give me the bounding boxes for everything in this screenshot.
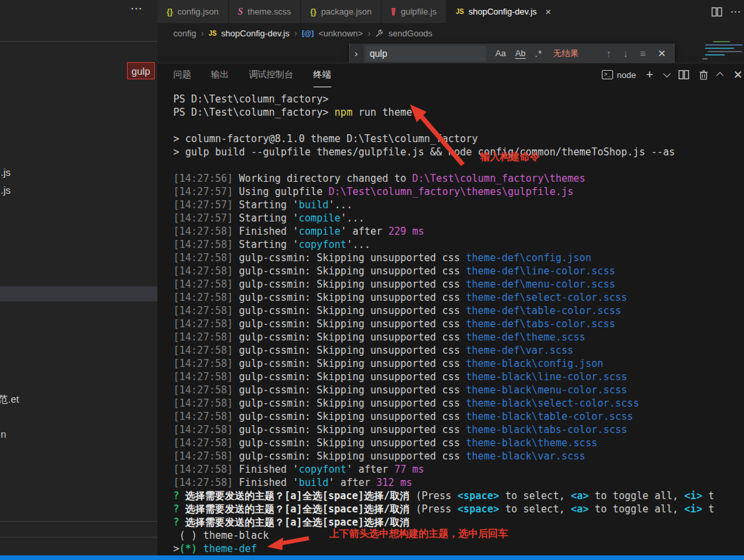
find-results-count: 无结果 bbox=[553, 48, 579, 60]
terminal-line: [14:27:58] gulp-cssmin: Skipping unsuppo… bbox=[173, 423, 744, 436]
wrench-method-icon bbox=[375, 29, 384, 38]
chevron-right-icon: › bbox=[201, 28, 204, 38]
terminal-line: [14:27:57] Starting 'compile'... bbox=[173, 212, 744, 225]
find-in-selection-icon[interactable]: ≡ bbox=[640, 48, 646, 59]
sidebar-file-item[interactable]: .js bbox=[1, 166, 11, 179]
terminal-line: [14:27:58] gulp-cssmin: Skipping unsuppo… bbox=[173, 436, 744, 450]
whole-word-icon[interactable]: Ab bbox=[515, 48, 526, 59]
terminal-line: PS D:\Test\column_factory> npm run theme bbox=[173, 106, 744, 119]
find-input[interactable] bbox=[366, 46, 486, 61]
tab-label: theme.scss bbox=[247, 7, 291, 17]
module-symbol-icon: [@] bbox=[302, 29, 313, 37]
split-terminal-icon[interactable] bbox=[679, 70, 689, 79]
tab-label: package.json bbox=[321, 7, 372, 17]
panel-tab-terminal[interactable]: 终端 bbox=[313, 69, 331, 87]
terminal-line: [14:27:58] gulp-cssmin: Skipping unsuppo… bbox=[173, 383, 744, 397]
tab-label: gulpfile.js bbox=[401, 7, 436, 17]
terminal-line: [14:27:58] gulp-cssmin: Skipping unsuppo… bbox=[173, 450, 744, 463]
terminal-line: [14:27:57] Starting 'build'... bbox=[173, 198, 744, 212]
tab-theme-scss[interactable]: S theme.scss bbox=[229, 0, 301, 23]
next-match-icon[interactable]: ↓ bbox=[623, 48, 628, 59]
sidebar-divider bbox=[0, 41, 157, 42]
terminal-line: PS D:\Test\column_factory> bbox=[173, 93, 744, 106]
close-icon[interactable]: ✕ bbox=[657, 48, 666, 60]
find-nav-actions: ↑ ↓ ≡ ✕ bbox=[606, 48, 674, 60]
status-bar[interactable] bbox=[0, 555, 744, 560]
find-widget: › Aa Ab .* 无结果 ↑ ↓ ≡ ✕ bbox=[349, 44, 675, 63]
chevron-down-icon[interactable] bbox=[663, 70, 671, 77]
sidebar-file-item[interactable]: 范.et bbox=[0, 393, 19, 406]
terminal-line: [14:27:58] gulp-cssmin: Skipping unsuppo… bbox=[173, 344, 744, 357]
terminal-line: [14:27:58] gulp-cssmin: Skipping unsuppo… bbox=[173, 410, 744, 423]
new-terminal-icon[interactable]: + bbox=[646, 67, 653, 82]
panel-tab-bar: 问题 输出 调试控制台 终端 bbox=[173, 69, 331, 87]
breadcrumb-item[interactable]: <unknown> bbox=[318, 28, 362, 38]
sidebar-more-actions-icon[interactable]: ⋯ bbox=[130, 1, 144, 16]
tab-shopconfig-dev-js[interactable]: JS shopConfig-dev.js × bbox=[446, 0, 560, 23]
terminal-line: [14:27:56] Working directory changed to … bbox=[173, 172, 744, 185]
regex-icon[interactable]: .* bbox=[535, 48, 542, 59]
panel-tab-output[interactable]: 输出 bbox=[211, 69, 229, 87]
sass-icon: S bbox=[238, 7, 243, 17]
terminal-line: ? 选择需要发送的主题？[a]全选[space]选择/取消 (Press <sp… bbox=[173, 502, 744, 516]
panel-tab-problems[interactable]: 问题 bbox=[173, 69, 191, 87]
sidebar-selected-row[interactable] bbox=[0, 286, 157, 301]
gulp-cup-icon bbox=[391, 8, 396, 16]
annotation-select-theme: 上下箭头选中想构建的主题，选中后回车 bbox=[329, 528, 508, 540]
shell-label: node bbox=[617, 70, 636, 80]
terminal-line: [14:27:58] Finished 'compile' after 229 … bbox=[173, 225, 744, 238]
terminal-line bbox=[173, 119, 744, 132]
trash-icon[interactable] bbox=[699, 70, 708, 80]
terminal-line: [14:27:58] gulp-cssmin: Skipping unsuppo… bbox=[173, 264, 744, 278]
terminal-line: [14:27:58] Finished 'build' after 312 ms bbox=[173, 476, 744, 489]
breadcrumb-item[interactable]: sendGoods bbox=[388, 28, 433, 38]
close-panel-icon[interactable]: ✕ bbox=[733, 68, 743, 82]
terminal-line: [14:27:58] gulp-cssmin: Skipping unsuppo… bbox=[173, 397, 744, 410]
tab-gulpfile-js[interactable]: gulpfile.js bbox=[382, 0, 446, 23]
breadcrumb-item[interactable]: shopConfig-dev.js bbox=[222, 28, 290, 38]
tab-config-json[interactable]: {} config.json bbox=[157, 0, 228, 23]
split-editor-icon[interactable] bbox=[712, 7, 722, 17]
sidebar-divider bbox=[0, 537, 157, 538]
tab-label: shopConfig-dev.js bbox=[468, 7, 536, 17]
terminal-line: ? 选择需要发送的主题？[a]全选[space]选择/取消 bbox=[173, 516, 744, 529]
maximize-panel-icon[interactable] bbox=[716, 72, 723, 79]
vscode-window: ⋯ gulp .js .js 范.et n {} config.json S t… bbox=[0, 0, 744, 560]
terminal-line: ? 选择需要发送的主题？[a]全选[space]选择/取消 (Press <sp… bbox=[173, 489, 744, 502]
editor-tab-bar: {} config.json S theme.scss {} package.j… bbox=[157, 0, 744, 23]
annotation-build-command: 输入构建命令 bbox=[480, 151, 540, 163]
terminal-line: [14:27:58] gulp-cssmin: Skipping unsuppo… bbox=[173, 304, 744, 317]
terminal-line: > column-factory@8.1.0 theme D:\Test\col… bbox=[173, 132, 744, 145]
sidebar-file-item[interactable]: n bbox=[1, 428, 6, 441]
terminal-line: [14:27:58] gulp-cssmin: Skipping unsuppo… bbox=[173, 317, 744, 331]
sidebar-divider bbox=[0, 521, 157, 522]
terminal-line: [14:27:58] gulp-cssmin: Skipping unsuppo… bbox=[173, 291, 744, 304]
terminal-line: [14:27:58] gulp-cssmin: Skipping unsuppo… bbox=[173, 251, 744, 264]
toggle-replace-chevron-icon[interactable]: › bbox=[350, 44, 363, 63]
search-match-badge[interactable]: gulp bbox=[127, 62, 155, 79]
terminal-line: [14:27:58] gulp-cssmin: Skipping unsuppo… bbox=[173, 278, 744, 291]
tab-label: config.json bbox=[177, 7, 218, 17]
terminal-line: [14:27:58] Finished 'copyfont' after 77 … bbox=[173, 463, 744, 476]
tab-package-json[interactable]: {} package.json bbox=[301, 0, 381, 23]
terminal-line: [14:27:58] Starting 'copyfont'... bbox=[173, 238, 744, 251]
terminal-icon: >_ bbox=[602, 70, 613, 79]
breadcrumb: config › JS shopConfig-dev.js › [@] <unk… bbox=[173, 24, 433, 42]
more-actions-icon[interactable]: ⋯ bbox=[730, 5, 741, 18]
editor-minimap[interactable] bbox=[698, 40, 744, 62]
previous-match-icon[interactable]: ↑ bbox=[606, 48, 612, 59]
match-case-icon[interactable]: Aa bbox=[495, 48, 506, 58]
terminal-line: >(*) theme-def bbox=[173, 542, 744, 555]
terminal-output[interactable]: PS D:\Test\column_factory>PS D:\Test\col… bbox=[173, 93, 744, 555]
panel-tab-debug-console[interactable]: 调试控制台 bbox=[249, 69, 294, 87]
panel-actions: >_ node + ✕ bbox=[602, 67, 744, 82]
shell-selector[interactable]: >_ node bbox=[602, 70, 636, 80]
json-braces-icon: {} bbox=[310, 7, 316, 17]
breadcrumb-item[interactable]: config bbox=[173, 28, 196, 38]
sidebar-file-item[interactable]: .js bbox=[1, 184, 11, 197]
sidebar-search-view: ⋯ gulp .js .js 范.et n bbox=[0, 0, 157, 555]
terminal-line bbox=[173, 159, 744, 172]
tab-bar-actions: ⋯ bbox=[712, 0, 744, 23]
tab-close-icon[interactable]: × bbox=[546, 6, 552, 17]
js-icon: JS bbox=[456, 8, 464, 15]
